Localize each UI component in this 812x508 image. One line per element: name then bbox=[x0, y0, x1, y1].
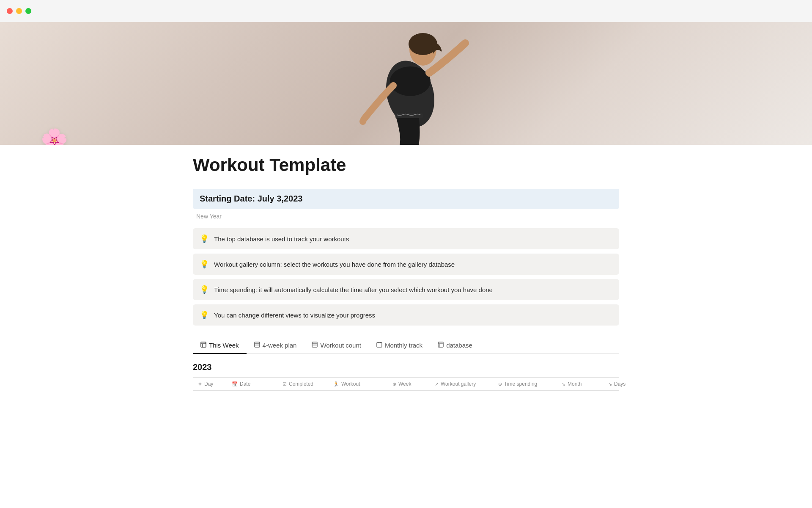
maximize-button[interactable] bbox=[25, 8, 31, 14]
close-button[interactable] bbox=[7, 8, 13, 14]
col-week: ⊕Week bbox=[387, 381, 430, 387]
new-year-tag: New Year bbox=[193, 211, 225, 221]
tabs-list: This Week4-week planWorkout countMonthly… bbox=[193, 337, 480, 353]
svg-point-1 bbox=[390, 66, 431, 96]
tip-item: 💡You can change different views to visua… bbox=[193, 304, 619, 326]
col-completed: ☑Completed bbox=[277, 381, 328, 387]
col-workout-gallery: ↗Workout gallery bbox=[430, 381, 493, 387]
tip-text: You can change different views to visual… bbox=[214, 312, 375, 319]
col-label: Days bbox=[614, 381, 625, 387]
col-icon: ☑ bbox=[283, 381, 287, 387]
col-date: 📅Date bbox=[227, 381, 277, 387]
tab-icon bbox=[376, 342, 382, 349]
col-icon: ↗ bbox=[435, 381, 439, 387]
svg-rect-9 bbox=[255, 342, 260, 347]
svg-rect-12 bbox=[312, 342, 317, 347]
svg-rect-15 bbox=[377, 342, 382, 347]
col-label: Date bbox=[240, 381, 250, 387]
flower-emoji: 🌸 bbox=[41, 127, 68, 145]
tab-workout-count[interactable]: Workout count bbox=[304, 337, 368, 354]
tip-item: 💡Workout gallery column: select the work… bbox=[193, 254, 619, 275]
svg-rect-6 bbox=[201, 342, 206, 347]
col-days: ↘Days bbox=[603, 381, 645, 387]
col-icon: ↘ bbox=[562, 381, 565, 387]
col-workout: 🏃Workout bbox=[328, 381, 387, 387]
tip-icon: 💡 bbox=[200, 260, 209, 269]
tip-icon: 💡 bbox=[200, 310, 209, 320]
col-month: ↘Month bbox=[557, 381, 603, 387]
tip-item: 💡Time spending: it will automatically ca… bbox=[193, 279, 619, 300]
tab-label: Workout count bbox=[320, 342, 361, 349]
col-icon: ☀ bbox=[198, 381, 202, 387]
tab-this-week[interactable]: This Week bbox=[193, 337, 247, 354]
main-content: Workout Template Starting Date: July 3,2… bbox=[152, 155, 660, 391]
tab-label: This Week bbox=[209, 342, 239, 349]
col-label: Week bbox=[398, 381, 411, 387]
minimize-button[interactable] bbox=[16, 8, 22, 14]
tip-text: The top database is used to track your w… bbox=[214, 235, 349, 243]
svg-point-4 bbox=[359, 118, 366, 125]
col-label: Workout bbox=[341, 381, 360, 387]
col-label: Day bbox=[204, 381, 213, 387]
col-label: Workout gallery bbox=[441, 381, 476, 387]
col-label: Completed bbox=[289, 381, 313, 387]
starting-date-block: Starting Date: July 3,2023 bbox=[193, 189, 619, 209]
title-bar bbox=[0, 0, 812, 22]
tabs-bar: This Week4-week planWorkout countMonthly… bbox=[193, 337, 619, 354]
tip-icon: 💡 bbox=[200, 234, 209, 243]
col-icon: 📅 bbox=[232, 381, 238, 387]
col-icon: ↘ bbox=[608, 381, 612, 387]
tab-4-week-plan[interactable]: 4-week plan bbox=[247, 337, 304, 354]
tab-label: database bbox=[446, 342, 472, 349]
tab-icon bbox=[438, 342, 444, 349]
tips-container: 💡The top database is used to track your … bbox=[193, 228, 619, 326]
tab-icon bbox=[200, 342, 206, 349]
col-icon: ⊕ bbox=[392, 381, 396, 387]
tip-item: 💡The top database is used to track your … bbox=[193, 228, 619, 249]
table-header: ☀Day📅Date☑Completed🏃Workout⊕Week↗Workout… bbox=[193, 377, 619, 391]
table-year: 2023 bbox=[193, 362, 619, 372]
col-time-spending: ⊕Time spending bbox=[493, 381, 557, 387]
tab-label: 4-week plan bbox=[263, 342, 297, 349]
tab-icon bbox=[312, 342, 318, 349]
col-label: Time spending bbox=[504, 381, 537, 387]
hero-figure-svg bbox=[321, 22, 491, 145]
tab-label: Monthly track bbox=[385, 342, 422, 349]
starting-date-heading: Starting Date: July 3,2023 bbox=[200, 194, 612, 204]
col-label: Month bbox=[568, 381, 582, 387]
tab-icon bbox=[254, 342, 260, 349]
col-day: ☀Day bbox=[193, 381, 227, 387]
hero-image: 🌸 bbox=[0, 22, 812, 145]
tip-text: Time spending: it will automatically cal… bbox=[214, 286, 493, 293]
svg-rect-18 bbox=[438, 342, 443, 347]
col-icon: 🏃 bbox=[333, 381, 339, 387]
tip-icon: 💡 bbox=[200, 285, 209, 294]
col-icon: ⊕ bbox=[498, 381, 502, 387]
page-title: Workout Template bbox=[193, 155, 619, 175]
tab-monthly-track[interactable]: Monthly track bbox=[369, 337, 430, 354]
tab-database[interactable]: database bbox=[430, 337, 480, 354]
tip-text: Workout gallery column: select the worko… bbox=[214, 261, 455, 268]
